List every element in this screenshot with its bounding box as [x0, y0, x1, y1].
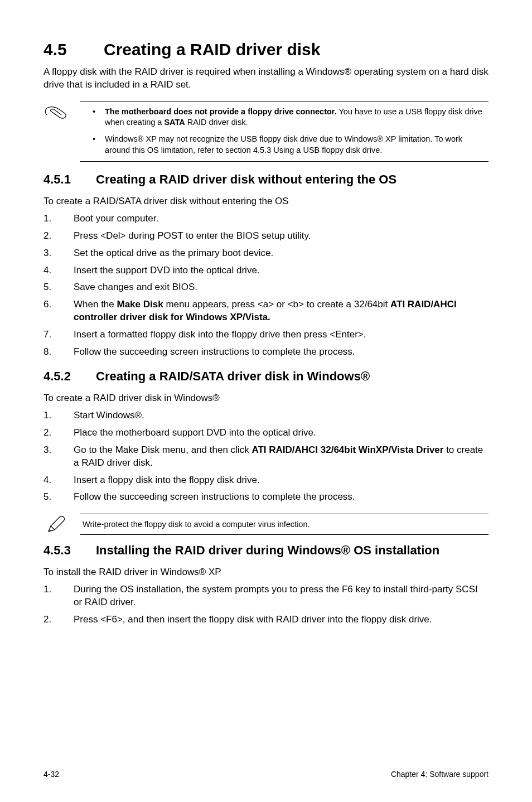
- step-list: Start Windows®. Place the motherboard su…: [43, 409, 489, 504]
- step-item: Insert the support DVD into the optical …: [43, 264, 489, 277]
- step-list: Boot your computer. Press <Del> during P…: [43, 212, 489, 359]
- step-item: Follow the succeeding screen instruction…: [43, 346, 489, 359]
- step-text: Go to the Make Disk menu, and then click: [74, 445, 252, 455]
- lead-text: To install the RAID driver in Windows® X…: [43, 567, 489, 578]
- heading-number: 4.5: [43, 40, 104, 59]
- chapter-label: Chapter 4: Software support: [391, 770, 489, 779]
- step-item: During the OS installation, the system p…: [43, 583, 489, 609]
- step-item: Start Windows®.: [43, 409, 489, 422]
- note-bullet: Windows® XP may not recognize the USB fl…: [93, 134, 486, 156]
- heading-title: Installing the RAID driver during Window…: [96, 543, 485, 559]
- pencil-note-text: Write-protect the floppy disk to avoid a…: [80, 514, 489, 535]
- note-bold: The motherboard does not provide a flopp…: [105, 107, 337, 116]
- heading-number: 4.5.1: [43, 172, 96, 188]
- pencil-icon: [43, 515, 68, 534]
- heading-number: 4.5.2: [43, 369, 96, 385]
- note-block: The motherboard does not provide a flopp…: [43, 102, 489, 162]
- subsection-heading: 4.5.1Creating a RAID driver disk without…: [43, 172, 489, 188]
- step-list: During the OS installation, the system p…: [43, 583, 489, 626]
- step-item: Boot your computer.: [43, 212, 489, 225]
- step-item: Place the motherboard support DVD into t…: [43, 427, 489, 439]
- step-item: Insert a formatted floppy disk into the …: [43, 328, 489, 341]
- step-item: Save changes and exit BIOS.: [43, 281, 489, 294]
- heading-number: 4.5.3: [43, 543, 96, 559]
- note-bullet: The motherboard does not provide a flopp…: [93, 107, 486, 128]
- lead-text: To create a RAID/SATA driver disk withou…: [43, 196, 489, 207]
- heading-title: Creating a RAID driver disk: [104, 40, 320, 59]
- step-item: Go to the Make Disk menu, and then click…: [43, 444, 489, 470]
- step-text: menu appears, press <a> or <b> to create…: [163, 299, 390, 310]
- subsection-heading: 4.5.3Installing the RAID driver during W…: [43, 543, 489, 559]
- note-body: The motherboard does not provide a flopp…: [80, 102, 489, 162]
- page-number: 4-32: [43, 770, 59, 779]
- section-heading: 4.5Creating a RAID driver disk: [43, 40, 489, 59]
- step-bold: ATI RAID/AHCI 32/64bit WinXP/Vista Drive…: [252, 445, 443, 455]
- subsection-heading: 4.5.2Creating a RAID/SATA driver disk in…: [43, 369, 489, 385]
- step-item: Follow the succeeding screen instruction…: [43, 491, 489, 504]
- heading-title: Creating a RAID driver disk without ente…: [96, 172, 485, 188]
- intro-paragraph: A floppy disk with the RAID driver is re…: [43, 66, 489, 91]
- step-item: Press <Del> during POST to enter the BIO…: [43, 230, 489, 243]
- lead-text: To create a RAID driver disk in Windows®: [43, 393, 489, 404]
- step-item: When the Make Disk menu appears, press <…: [43, 298, 489, 324]
- paperclip-icon: [43, 102, 68, 122]
- note-bold: SATA: [164, 118, 185, 127]
- step-item: Press <F6>, and then insert the floppy d…: [43, 613, 489, 626]
- pencil-note: Write-protect the floppy disk to avoid a…: [43, 514, 489, 535]
- step-bold: Make Disk: [117, 299, 163, 310]
- step-item: Set the optical drive as the primary boo…: [43, 247, 489, 260]
- step-text: When the: [74, 299, 117, 310]
- step-item: Insert a floppy disk into the floppy dis…: [43, 474, 489, 487]
- heading-title: Creating a RAID/SATA driver disk in Wind…: [96, 369, 485, 385]
- note-text: RAID driver disk.: [185, 118, 248, 127]
- page-footer: 4-32 Chapter 4: Software support: [43, 770, 489, 779]
